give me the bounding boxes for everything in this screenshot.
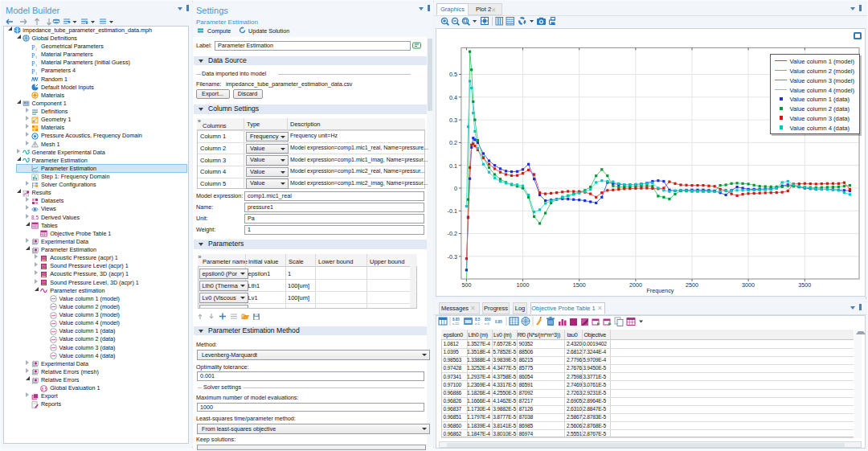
svg-text:500: 500 (461, 281, 471, 289)
svg-text:P: P (31, 68, 35, 75)
svg-text:-0.3: -0.3 (448, 253, 457, 260)
svg-text:0.2: 0.2 (449, 139, 457, 146)
svg-text:P: P (31, 43, 35, 51)
svg-text:0.1: 0.1 (449, 162, 457, 170)
svg-text:1000: 1000 (517, 281, 530, 289)
svg-text:1500: 1500 (573, 281, 586, 289)
svg-text:0.85: 0.85 (495, 320, 502, 324)
svg-text:3000: 3000 (742, 281, 755, 289)
svg-text:e-6: e-6 (485, 322, 490, 326)
svg-text:Frequency: Frequency (646, 287, 674, 294)
svg-text:P: P (31, 51, 35, 59)
svg-text:i: i (36, 70, 37, 75)
svg-text:i: i (36, 54, 37, 59)
svg-text:P: P (31, 59, 35, 67)
svg-text:-0.1: -0.1 (448, 207, 457, 215)
svg-text:0.3: 0.3 (449, 117, 457, 124)
svg-text:0.4: 0.4 (449, 94, 457, 101)
svg-text:i: i (36, 62, 37, 67)
svg-text:3500: 3500 (798, 281, 811, 289)
svg-text:8,5: 8,5 (42, 386, 47, 391)
svg-text:8,5: 8,5 (31, 215, 39, 220)
svg-text:i: i (36, 46, 37, 51)
svg-text:-0.2: -0.2 (448, 230, 457, 237)
svg-text:e-1: e-1 (475, 322, 481, 326)
svg-text:e-12: e-12 (452, 322, 460, 326)
svg-text:2000: 2000 (629, 281, 642, 289)
svg-text:0.5: 0.5 (449, 71, 457, 78)
svg-text:2500: 2500 (686, 281, 698, 289)
svg-text:0: 0 (454, 185, 457, 192)
